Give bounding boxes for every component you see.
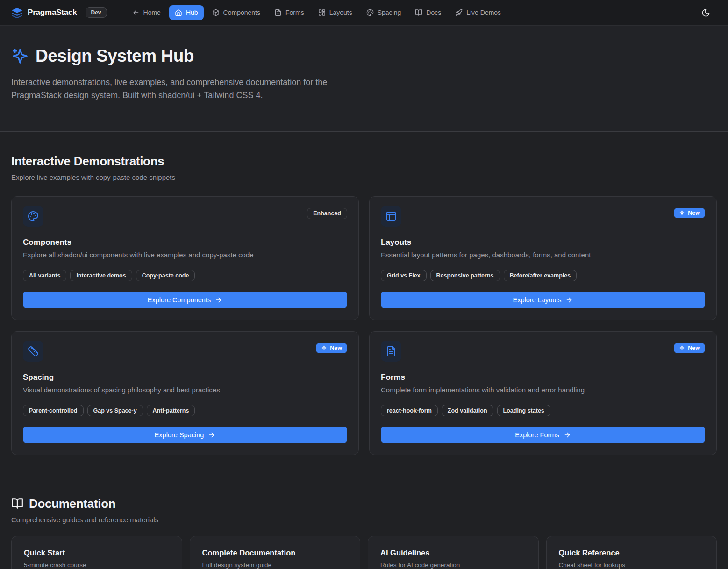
card-title: Forms bbox=[381, 373, 705, 382]
doc-card-subtitle: 5-minute crash course bbox=[24, 562, 170, 569]
ruler-icon bbox=[23, 341, 43, 362]
book-open-icon bbox=[415, 9, 422, 16]
demos-section-head: Interactive Demonstrations Explore live … bbox=[11, 132, 717, 181]
nav-item-label: Hub bbox=[186, 9, 198, 16]
status-badge: Enhanced bbox=[307, 208, 347, 219]
rocket-icon bbox=[455, 9, 463, 16]
tag: Grid vs Flex bbox=[381, 270, 427, 281]
tag: Gap vs Space-y bbox=[87, 405, 143, 416]
tag: Before/after examples bbox=[504, 270, 577, 281]
tag: Zod validation bbox=[442, 405, 493, 416]
moon-icon bbox=[701, 8, 710, 17]
nav-item-label: Layouts bbox=[329, 9, 352, 16]
button-label: Explore Spacing bbox=[155, 431, 204, 439]
tag: All variants bbox=[23, 270, 66, 281]
nav-item-hub[interactable]: Hub bbox=[169, 5, 204, 20]
card-description: Essential layout patterns for pages, das… bbox=[381, 251, 705, 259]
book-open-icon bbox=[11, 498, 23, 510]
doc-card-quick-reference[interactable]: Quick Reference Cheat sheet for lookups bbox=[546, 536, 717, 569]
nav-item-label: Home bbox=[143, 9, 161, 16]
arrow-right-icon bbox=[208, 431, 215, 439]
page-description: Interactive demonstrations, live example… bbox=[11, 76, 357, 102]
doc-card-subtitle: Cheat sheet for lookups bbox=[559, 562, 705, 569]
badge-label: New bbox=[330, 345, 342, 351]
demo-card-layouts: New Layouts Essential layout patterns fo… bbox=[369, 196, 717, 320]
nav-item-spacing[interactable]: Spacing bbox=[361, 5, 407, 20]
arrow-right-icon bbox=[565, 296, 573, 304]
brand-name[interactable]: PragmaStack bbox=[28, 8, 77, 17]
demo-card-forms: New Forms Complete form implementations … bbox=[369, 331, 717, 455]
docs-section-subtitle: Comprehensive guides and reference mater… bbox=[11, 516, 717, 524]
env-badge: Dev bbox=[86, 7, 107, 18]
top-navbar: PragmaStack Dev Home Hub Components Fo bbox=[0, 0, 728, 26]
nav-item-layouts[interactable]: Layouts bbox=[313, 5, 358, 20]
tag: Interactive demos bbox=[70, 270, 132, 281]
tag: Responsive patterns bbox=[430, 270, 500, 281]
explore-layouts-button[interactable]: Explore Layouts bbox=[381, 292, 705, 308]
tag-row: All variants Interactive demos Copy-past… bbox=[23, 270, 347, 281]
nav-item-forms[interactable]: Forms bbox=[269, 5, 310, 20]
badge-label: New bbox=[688, 345, 700, 351]
nav-item-live-demos[interactable]: Live Demos bbox=[450, 5, 507, 20]
main-content: Interactive Demonstrations Explore live … bbox=[0, 132, 728, 569]
nav-item-components[interactable]: Components bbox=[207, 5, 266, 20]
nav-item-label: Forms bbox=[285, 9, 304, 16]
button-label: Explore Components bbox=[148, 296, 211, 304]
nav-item-home[interactable]: Home bbox=[127, 5, 166, 20]
layers-icon bbox=[11, 7, 23, 19]
box-icon bbox=[212, 9, 220, 16]
hero-section: Design System Hub Interactive demonstrat… bbox=[0, 26, 728, 132]
doc-card-ai-guidelines[interactable]: AI Guidelines Rules for AI code generati… bbox=[368, 536, 539, 569]
demos-section-title: Interactive Demonstrations bbox=[11, 154, 717, 169]
page-title: Design System Hub bbox=[36, 46, 194, 66]
card-description: Complete form implementations with valid… bbox=[381, 386, 705, 394]
card-description: Visual demonstrations of spacing philoso… bbox=[23, 386, 347, 394]
nav-item-label: Components bbox=[223, 9, 260, 16]
docs-section-title: Documentation bbox=[11, 497, 717, 511]
layout-dashboard-icon bbox=[318, 9, 326, 16]
card-description: Explore all shadcn/ui components with li… bbox=[23, 251, 347, 259]
demos-section-subtitle: Explore live examples with copy-paste co… bbox=[11, 173, 717, 181]
main-nav: Home Hub Components Forms Layouts bbox=[127, 5, 507, 20]
button-label: Explore Layouts bbox=[513, 296, 562, 304]
doc-card-quick-start[interactable]: Quick Start 5-minute crash course bbox=[11, 536, 182, 569]
demo-card-components: Enhanced Components Explore all shadcn/u… bbox=[11, 196, 359, 320]
doc-card-grid: Quick Start 5-minute crash course Comple… bbox=[11, 536, 717, 569]
doc-card-subtitle: Rules for AI code generation bbox=[380, 562, 526, 569]
palette-icon bbox=[366, 9, 374, 16]
nav-item-docs[interactable]: Docs bbox=[409, 5, 447, 20]
docs-section-title-text: Documentation bbox=[29, 497, 115, 511]
sparkles-icon bbox=[679, 210, 685, 216]
explore-components-button[interactable]: Explore Components bbox=[23, 292, 347, 308]
arrow-left-icon bbox=[132, 9, 140, 16]
tag-row: react-hook-form Zod validation Loading s… bbox=[381, 405, 705, 416]
tag-row: Parent-controlled Gap vs Space-y Anti-pa… bbox=[23, 405, 347, 416]
doc-card-subtitle: Full design system guide bbox=[202, 562, 348, 569]
nav-item-label: Spacing bbox=[378, 9, 401, 16]
theme-toggle-button[interactable] bbox=[698, 5, 714, 21]
explore-spacing-button[interactable]: Explore Spacing bbox=[23, 427, 347, 443]
explore-forms-button[interactable]: Explore Forms bbox=[381, 427, 705, 443]
tag: react-hook-form bbox=[381, 405, 438, 416]
badge-label: New bbox=[688, 210, 700, 216]
doc-card-complete-documentation[interactable]: Complete Documentation Full design syste… bbox=[190, 536, 361, 569]
tag: Loading states bbox=[497, 405, 550, 416]
tag-row: Grid vs Flex Responsive patterns Before/… bbox=[381, 270, 705, 281]
card-title: Layouts bbox=[381, 238, 705, 247]
sparkles-icon bbox=[11, 47, 29, 65]
panels-top-left-icon bbox=[381, 206, 401, 227]
brand-group: PragmaStack Dev bbox=[11, 7, 107, 19]
tag: Anti-patterns bbox=[147, 405, 195, 416]
doc-card-title: Quick Reference bbox=[559, 548, 705, 557]
doc-card-title: Complete Documentation bbox=[202, 548, 348, 557]
arrow-right-icon bbox=[564, 431, 571, 439]
sparkles-icon bbox=[321, 345, 327, 351]
doc-card-title: AI Guidelines bbox=[380, 548, 526, 557]
demo-card-grid: Enhanced Components Explore all shadcn/u… bbox=[11, 196, 717, 455]
tag: Parent-controlled bbox=[23, 405, 84, 416]
doc-card-title: Quick Start bbox=[24, 548, 170, 557]
nav-item-label: Docs bbox=[426, 9, 441, 16]
button-label: Explore Forms bbox=[515, 431, 559, 439]
new-badge: New bbox=[316, 343, 347, 353]
palette-icon bbox=[23, 206, 43, 227]
